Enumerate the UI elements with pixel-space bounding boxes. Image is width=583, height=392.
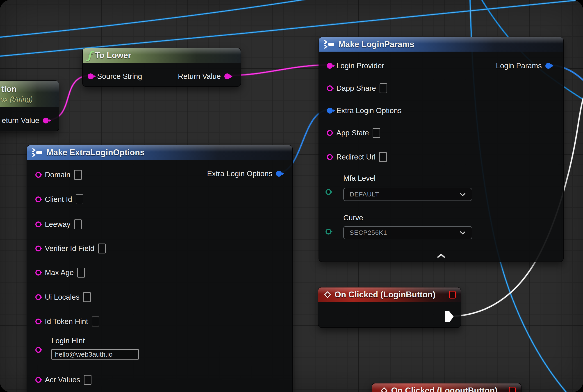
pin-label-redirect-url: Redirect Url xyxy=(336,153,376,161)
output-pin-return-value[interactable] xyxy=(43,118,49,124)
input-pin-domain[interactable] xyxy=(35,172,41,178)
login-hint-value: hello@web3auth.io xyxy=(55,350,113,358)
checkbox-dapp-share[interactable] xyxy=(380,83,387,93)
input-pin-mfa-level[interactable] xyxy=(326,189,331,195)
curve-dropdown[interactable]: SECP256K1 xyxy=(343,226,472,239)
exec-output-pin[interactable] xyxy=(445,311,454,322)
input-pin-client-id[interactable] xyxy=(35,196,41,202)
pin-label-verifier-id-field: Verifier Id Field xyxy=(45,244,94,253)
input-pin-id-token-hint[interactable] xyxy=(35,318,41,324)
pin-label-acr-values: Acr Values xyxy=(45,376,80,384)
pin-label-return-value-fragment: eturn Value xyxy=(2,116,39,125)
input-pin-login-hint[interactable] xyxy=(35,347,41,353)
pin-label-login-params-out: Login Params xyxy=(496,62,542,70)
node-on-clicked-login-button[interactable]: On Clicked (LoginButton) xyxy=(318,287,461,328)
event-diamond-icon xyxy=(380,387,388,392)
mfa-level-dropdown[interactable]: DEFAULT xyxy=(343,188,472,201)
pin-label-leeway: Leeway xyxy=(45,220,70,229)
node-title-make-login-params: Make LoginParams xyxy=(338,40,414,49)
node-title-make-extra-login-options: Make ExtraLoginOptions xyxy=(46,148,144,157)
mfa-level-value: DEFAULT xyxy=(350,191,379,198)
pin-label-curve: Curve xyxy=(343,214,363,222)
pin-label-login-hint: Login Hint xyxy=(51,336,85,345)
curve-value: SECP256K1 xyxy=(350,229,387,236)
node-subtitle-fragment: ox (String) xyxy=(0,95,33,104)
input-pin-ui-locales[interactable] xyxy=(35,294,41,300)
pin-label-return-value: Return Value xyxy=(178,72,221,81)
input-pin-app-state[interactable] xyxy=(327,130,333,136)
node-title-on-clicked-logout: On Clicked (LogoutButton) xyxy=(391,386,498,392)
node-partial-function[interactable]: tion ox (String) eturn Value xyxy=(0,80,59,131)
checkbox-id-token-hint[interactable] xyxy=(92,316,99,326)
checkbox-client-id[interactable] xyxy=(76,194,83,204)
checkbox-app-state[interactable] xyxy=(372,128,380,138)
wire-blue-top-left xyxy=(0,0,327,38)
input-pin-verifier-id-field[interactable] xyxy=(35,246,41,252)
node-title-to-lower: To Lower xyxy=(95,51,131,60)
pure-function-icon: ƒ xyxy=(87,50,92,60)
node-make-login-params[interactable]: Make LoginParams Login Provider Dapp Sha… xyxy=(318,37,564,262)
input-pin-curve[interactable] xyxy=(326,229,331,234)
checkbox-max-age[interactable] xyxy=(77,268,85,278)
chevron-down-icon xyxy=(460,192,466,196)
output-pin-return-value[interactable] xyxy=(224,74,230,79)
chevron-down-icon xyxy=(460,231,466,234)
make-struct-icon xyxy=(32,148,43,157)
pin-label-id-token-hint: Id Token Hint xyxy=(45,317,88,326)
pin-label-login-provider: Login Provider xyxy=(336,62,384,70)
node-title-fragment: tion xyxy=(1,84,17,94)
delegate-output-icon[interactable] xyxy=(509,387,516,392)
checkbox-domain[interactable] xyxy=(74,170,82,180)
input-pin-acr-values[interactable] xyxy=(35,377,41,383)
event-diamond-icon xyxy=(324,291,331,298)
pin-label-app-state: App State xyxy=(336,129,369,137)
delegate-output-icon[interactable] xyxy=(449,291,456,298)
node-to-lower[interactable]: ƒ To Lower Source String Return Value xyxy=(82,48,241,87)
output-pin-extra-login-options[interactable] xyxy=(276,171,282,177)
input-pin-dapp-share[interactable] xyxy=(327,86,333,91)
pin-label-dapp-share: Dapp Share xyxy=(336,84,376,92)
output-pin-login-params[interactable] xyxy=(546,63,551,69)
wire-magenta-tolower-to-loginprovider xyxy=(228,65,329,76)
checkbox-ui-locales[interactable] xyxy=(83,292,91,302)
pin-label-client-id: Client Id xyxy=(45,195,72,204)
input-pin-extra-login-options[interactable] xyxy=(327,108,333,114)
checkbox-redirect-url[interactable] xyxy=(379,152,387,162)
input-pin-leeway[interactable] xyxy=(35,222,41,227)
pin-label-max-age: Max Age xyxy=(45,268,74,277)
pin-label-extra-login-options-out: Extra Login Options xyxy=(207,170,272,178)
node-on-clicked-logout-button[interactable]: On Clicked (LogoutButton) xyxy=(372,383,522,392)
input-pin-login-provider[interactable] xyxy=(327,63,333,69)
pin-label-extra-login-options: Extra Login Options xyxy=(336,106,402,115)
pin-label-mfa-level: Mfa Level xyxy=(343,174,376,182)
input-pin-max-age[interactable] xyxy=(35,270,41,276)
checkbox-acr-values[interactable] xyxy=(84,375,92,385)
pin-label-source-string: Source String xyxy=(97,72,142,81)
collapse-node-chevron-icon[interactable] xyxy=(436,253,446,259)
node-title-on-clicked-login: On Clicked (LoginButton) xyxy=(334,290,436,300)
input-pin-source-string[interactable] xyxy=(88,74,94,79)
pin-label-ui-locales: Ui Locales xyxy=(45,293,80,302)
blueprint-graph-canvas[interactable]: tion ox (String) eturn Value ƒ To Lower … xyxy=(0,0,583,392)
login-hint-text-input[interactable]: hello@web3auth.io xyxy=(51,349,139,360)
checkbox-leeway[interactable] xyxy=(74,220,82,229)
make-struct-icon xyxy=(324,40,335,49)
input-pin-redirect-url[interactable] xyxy=(327,154,333,160)
node-make-extra-login-options[interactable]: Make ExtraLoginOptions Domain Client Id … xyxy=(26,145,293,392)
checkbox-verifier-id-field[interactable] xyxy=(98,244,106,254)
pin-label-domain: Domain xyxy=(45,170,70,179)
